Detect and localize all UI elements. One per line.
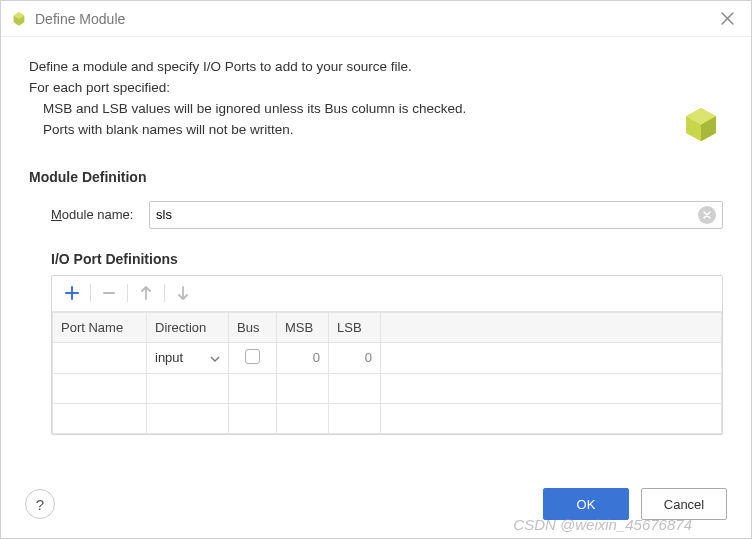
ok-button[interactable]: OK	[543, 488, 629, 520]
module-definition-heading: Module Definition	[29, 169, 723, 185]
table-row[interactable]	[53, 373, 722, 403]
io-ports-table[interactable]: Port Name Direction Bus MSB LSB	[52, 312, 722, 434]
col-lsb: LSB	[329, 312, 381, 342]
cell-bus[interactable]	[229, 403, 277, 433]
cell-lsb[interactable]: 0	[329, 342, 381, 373]
col-msb: MSB	[277, 312, 329, 342]
bus-checkbox[interactable]	[245, 349, 260, 364]
cell-direction[interactable]	[147, 403, 229, 433]
module-name-input[interactable]	[156, 207, 698, 222]
cell-direction[interactable]: input	[147, 342, 229, 373]
desc-line-1: Define a module and specify I/O Ports to…	[29, 57, 723, 78]
toolbar-separator	[164, 284, 165, 302]
table-row[interactable]: input 0 0	[53, 342, 722, 373]
table-row[interactable]	[53, 403, 722, 433]
cell-bus[interactable]	[229, 373, 277, 403]
dialog-content: Define a module and specify I/O Ports to…	[1, 37, 751, 474]
toolbar-separator	[127, 284, 128, 302]
io-port-definitions-heading: I/O Port Definitions	[51, 251, 723, 267]
cell-msb[interactable]	[277, 403, 329, 433]
cell-direction[interactable]	[147, 373, 229, 403]
add-port-button[interactable]	[60, 281, 84, 305]
app-icon	[11, 11, 27, 27]
vivado-logo-icon	[681, 103, 721, 143]
cell-spacer	[381, 342, 722, 373]
titlebar: Define Module	[1, 1, 751, 37]
col-spacer	[381, 312, 722, 342]
col-direction: Direction	[147, 312, 229, 342]
dialog-footer: ? OK Cancel	[1, 474, 751, 538]
io-toolbar	[52, 276, 722, 312]
move-down-button[interactable]	[171, 281, 195, 305]
desc-line-2: For each port specified:	[29, 78, 723, 99]
cell-msb[interactable]	[277, 373, 329, 403]
cell-port-name[interactable]	[53, 342, 147, 373]
io-table-container: Port Name Direction Bus MSB LSB	[51, 275, 723, 435]
module-name-label: Module name:	[51, 207, 149, 222]
direction-value: input	[155, 350, 183, 365]
help-button[interactable]: ?	[25, 489, 55, 519]
move-up-button[interactable]	[134, 281, 158, 305]
cell-lsb[interactable]	[329, 373, 381, 403]
desc-line-3: MSB and LSB values will be ignored unles…	[29, 99, 723, 120]
cell-msb[interactable]: 0	[277, 342, 329, 373]
cell-port-name[interactable]	[53, 373, 147, 403]
cell-spacer	[381, 373, 722, 403]
col-port-name: Port Name	[53, 312, 147, 342]
col-bus: Bus	[229, 312, 277, 342]
module-name-row: Module name:	[51, 201, 723, 229]
dialog-title: Define Module	[35, 11, 125, 27]
close-icon[interactable]	[713, 5, 741, 33]
desc-line-4: Ports with blank names will not be writt…	[29, 120, 723, 141]
define-module-dialog: Define Module Define a module and specif…	[0, 0, 752, 539]
cell-port-name[interactable]	[53, 403, 147, 433]
table-header-row: Port Name Direction Bus MSB LSB	[53, 312, 722, 342]
cancel-button[interactable]: Cancel	[641, 488, 727, 520]
cell-spacer	[381, 403, 722, 433]
toolbar-separator	[90, 284, 91, 302]
description-text: Define a module and specify I/O Ports to…	[29, 57, 723, 141]
clear-input-icon[interactable]	[698, 206, 716, 224]
remove-port-button[interactable]	[97, 281, 121, 305]
chevron-down-icon[interactable]	[210, 352, 220, 364]
cell-bus[interactable]	[229, 342, 277, 373]
module-name-input-wrap[interactable]	[149, 201, 723, 229]
cell-lsb[interactable]	[329, 403, 381, 433]
